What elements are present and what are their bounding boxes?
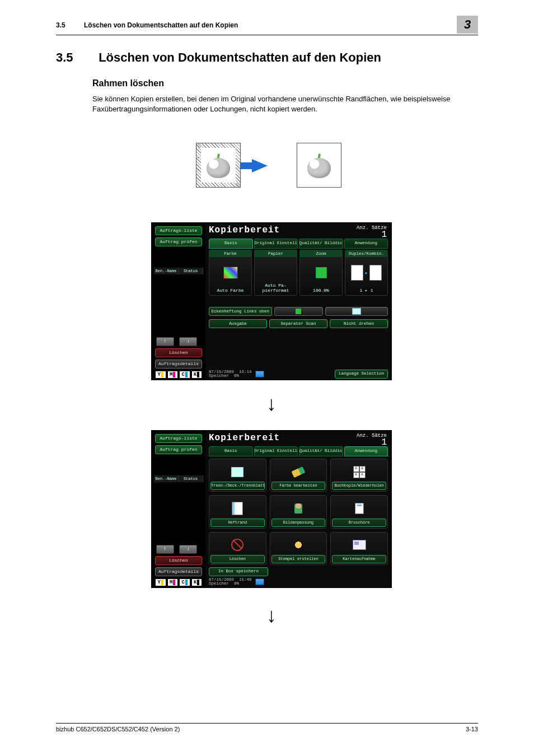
copier-panel-basis: Auftrags-liste Auftrag prüfen Ben.-Name … — [151, 222, 392, 380]
scroll-arrows: ↑ ↓ — [156, 545, 199, 554]
after-box — [297, 143, 341, 188]
color-icon — [209, 260, 251, 285]
sets-counter: Anz. Sätze 1 — [357, 433, 387, 446]
delete-button[interactable]: Löschen — [155, 556, 202, 565]
footer-page: 3-13 — [466, 726, 478, 732]
output-button[interactable]: Ausgabe — [209, 319, 267, 328]
arrow-up-icon[interactable]: ↑ — [156, 545, 174, 554]
finishing-preview — [325, 307, 388, 316]
ready-label: Kopierbereit — [209, 225, 280, 235]
cell-color[interactable]: Farbe Auto Farbe — [209, 250, 252, 296]
toner-y: Y — [155, 578, 166, 586]
app-erase[interactable]: Löschen — [209, 532, 266, 565]
subheading: Rahmen löschen — [92, 78, 164, 88]
info-icon[interactable] — [255, 371, 264, 377]
toner-m: M — [167, 371, 179, 379]
panel-footer: 07/15/2009 16:14 Speicher 0% Language Se… — [209, 370, 388, 379]
before-box: • • — [196, 143, 241, 188]
copier-panel-application: Auftrags-liste Auftrag prüfen Ben.-Name … — [151, 430, 392, 588]
footer-model: bizhub C652/C652DS/C552/C452 (Version 2) — [56, 726, 180, 732]
check-job-button[interactable]: Auftrag prüfen — [155, 237, 202, 246]
apple-icon — [307, 155, 331, 178]
tab-original[interactable]: Original Einstellung — [254, 239, 298, 249]
toner-k: K — [191, 371, 203, 379]
arrow-down-icon: ↓ — [266, 604, 277, 627]
no-rotate-button[interactable]: Nicht drehen — [330, 319, 388, 328]
job-details-button[interactable]: Auftragsdetails — [155, 360, 202, 368]
tab-application[interactable]: Anwendung — [344, 446, 388, 456]
toner-y: Y — [155, 371, 166, 379]
info-icon[interactable] — [255, 578, 264, 585]
section-heading: 3.5 Löschen von Dokumentschatten auf den… — [56, 50, 381, 65]
arrow-down-icon[interactable]: ↓ — [179, 545, 197, 554]
runhead-section: 3.5 — [56, 21, 65, 29]
app-insert-sheet[interactable]: Trenn-/Deck-/Trennblatt — [209, 459, 266, 492]
toner-c: C — [179, 371, 190, 379]
corner-staple[interactable]: Eckenheftung Links oben — [209, 307, 272, 316]
status-header: Ben.-Name Status — [154, 475, 203, 482]
basis-grid: Farbe Auto Farbe Papier Auto Pa-pierform… — [209, 250, 388, 296]
row-output: Ausgabe Separater Scan Nicht drehen — [209, 319, 388, 328]
app-image-adjust[interactable]: Bildanpassung — [270, 495, 327, 528]
eraser-icon — [270, 463, 327, 481]
toner-k: K — [191, 578, 203, 586]
main-tabs: Basis Original Einstellung Qualität/ Bil… — [209, 446, 388, 455]
app-margin[interactable]: Heftrand — [209, 495, 266, 528]
timestamp: 07/15/2009 16:14 Speicher 0% — [209, 370, 252, 379]
scroll-arrows: ↑ ↓ — [156, 337, 199, 346]
zoom-icon — [300, 260, 342, 285]
app-bookcopy-repeat[interactable]: AAAA Buchkopie/Wiederholen — [330, 459, 388, 492]
staple-preview — [274, 307, 323, 316]
timestamp: 07/15/2009 15:40 Speicher 0% — [209, 578, 252, 586]
cell-paper[interactable]: Papier Auto Pa-pierformat — [254, 250, 297, 296]
toner-m: M — [167, 578, 179, 586]
toner-levels: Y M C K — [155, 371, 202, 377]
status-header: Ben.-Name Status — [154, 268, 203, 274]
tab-basis[interactable]: Basis — [209, 446, 253, 456]
page-footer: bizhub C652/C652DS/C552/C452 (Version 2)… — [56, 723, 478, 734]
card-icon — [331, 536, 387, 554]
arrow-up-icon[interactable]: ↑ — [156, 337, 174, 346]
sets-counter: Anz. Sätze 1 — [357, 225, 387, 239]
app-stamp[interactable]: Stempel erstellen — [270, 532, 327, 565]
save-in-box-button[interactable]: In Box speichern — [209, 567, 268, 576]
application-grid: Trenn-/Deck-/Trennblatt Farbe bearbeiten… — [209, 459, 388, 565]
row-staple: Eckenheftung Links oben — [209, 307, 388, 316]
app-cardshot[interactable]: Kartenaufnahme — [330, 532, 388, 565]
cell-zoom[interactable]: Zoom 100.0% — [299, 250, 343, 296]
erase-icon — [209, 536, 266, 554]
tab-quality[interactable]: Qualität/ Bilddichte — [299, 446, 343, 456]
job-details-button[interactable]: Auftragsdetails — [155, 567, 202, 576]
panel-sidebar: Auftrags-liste Auftrag prüfen Ben.-Name … — [152, 223, 205, 380]
repeat-pages-icon: AAAA — [331, 463, 387, 481]
panel-sidebar: Auftrags-liste Auftrag prüfen Ben.-Name … — [152, 431, 205, 587]
ready-label: Kopierbereit — [209, 433, 280, 443]
check-job-button[interactable]: Auftrag prüfen — [155, 445, 202, 454]
book-icon — [209, 463, 266, 481]
frame-erase-illustration: • • — [196, 140, 341, 190]
tab-application[interactable]: Anwendung — [344, 239, 388, 249]
toner-levels: Y M C K — [155, 578, 202, 585]
separate-scan-button[interactable]: Separater Scan — [269, 319, 327, 328]
job-list-button[interactable]: Auftrags-liste — [155, 226, 202, 235]
arrow-down-icon: ↓ — [266, 392, 277, 416]
cell-duplex[interactable]: Duplex/Kombin. ▸ 1 ▸ 1 — [345, 250, 388, 296]
paper-icon — [255, 260, 297, 285]
app-booklet[interactable]: Broschüre — [330, 495, 388, 528]
section-number: 3.5 — [56, 50, 95, 65]
main-tabs: Basis Original Einstellung Qualität/ Bil… — [209, 239, 388, 248]
duplex-icon: ▸ — [345, 260, 387, 285]
app-edit-color[interactable]: Farbe bearbeiten — [270, 459, 327, 492]
job-list-button[interactable]: Auftrags-liste — [155, 434, 202, 443]
runhead-title: Löschen von Dokumentschatten auf den Kop… — [84, 21, 238, 29]
panel-footer: 07/15/2009 15:40 Speicher 0% — [209, 577, 388, 586]
arrow-down-icon[interactable]: ↓ — [179, 337, 197, 346]
tab-original[interactable]: Original Einstellung — [254, 446, 298, 456]
toner-c: C — [179, 578, 190, 586]
tab-basis[interactable]: Basis — [209, 239, 253, 249]
tab-quality[interactable]: Qualität/ Bilddichte — [299, 239, 343, 249]
delete-button[interactable]: Löschen — [155, 348, 202, 357]
section-title: Löschen von Dokumentschatten auf den Kop… — [99, 50, 381, 64]
booklet-icon — [331, 499, 387, 517]
language-button[interactable]: Language Selection — [335, 370, 388, 379]
